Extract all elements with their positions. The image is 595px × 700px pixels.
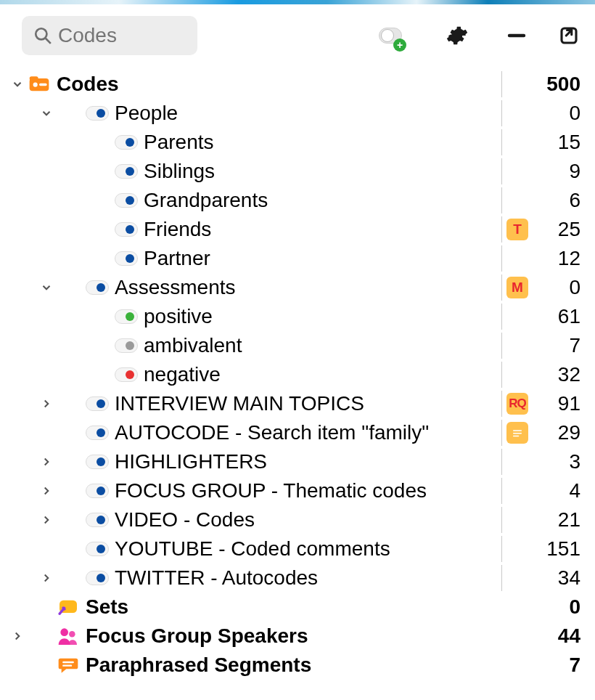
tree-label: People bbox=[115, 102, 178, 125]
tree-label: VIDEO - Codes bbox=[115, 508, 255, 532]
tree-item[interactable]: INTERVIEW MAIN TOPICSRQ91 bbox=[7, 389, 580, 418]
code-color-icon bbox=[86, 455, 109, 469]
tree-count: 3 bbox=[537, 450, 580, 473]
tree-label: TWITTER - Autocodes bbox=[115, 566, 318, 590]
tree-count: 29 bbox=[537, 421, 580, 444]
tree-item[interactable]: TWITTER - Autocodes34 bbox=[7, 563, 580, 593]
code-color-icon bbox=[115, 251, 138, 266]
tree-label: Grandparents bbox=[144, 189, 268, 212]
tree-count: 7 bbox=[537, 654, 580, 677]
code-color-icon bbox=[86, 571, 109, 585]
settings-button[interactable] bbox=[446, 24, 469, 47]
tree-label: Partner bbox=[144, 247, 210, 270]
svg-rect-7 bbox=[39, 84, 47, 86]
svg-point-6 bbox=[33, 83, 38, 87]
search-input[interactable] bbox=[58, 24, 186, 47]
chevron-right-icon[interactable] bbox=[36, 394, 57, 414]
chevron-down-icon[interactable] bbox=[36, 103, 57, 123]
new-code-button[interactable]: + bbox=[379, 24, 402, 47]
tree-count: 15 bbox=[537, 131, 580, 154]
toolbar: + bbox=[0, 4, 595, 62]
tree-item-sets[interactable]: Sets 0 bbox=[7, 593, 580, 622]
tree-item-assessments[interactable]: Assessments M 0 bbox=[7, 273, 580, 302]
svg-point-12 bbox=[60, 628, 68, 636]
tree-label: ambivalent bbox=[144, 334, 242, 357]
tree-label: Assessments bbox=[115, 276, 236, 299]
tree-count: 6 bbox=[537, 189, 580, 212]
tree-item[interactable]: negative32 bbox=[7, 360, 580, 389]
rq-badge-icon[interactable]: RQ bbox=[506, 393, 528, 415]
tree-label: YOUTUBE - Coded comments bbox=[115, 537, 390, 561]
codes-folder-icon bbox=[28, 73, 51, 96]
code-color-icon bbox=[86, 280, 109, 295]
code-color-icon bbox=[86, 513, 109, 527]
code-color-icon bbox=[115, 193, 138, 208]
tree-root-codes[interactable]: Codes 500 bbox=[7, 70, 580, 99]
tree-label: Friends bbox=[144, 218, 211, 241]
tree-count: 0 bbox=[537, 102, 580, 125]
gear-icon bbox=[446, 25, 468, 46]
tree-item[interactable]: ambivalent7 bbox=[7, 331, 580, 360]
tree-count: 25 bbox=[537, 218, 580, 241]
minimize-button[interactable] bbox=[505, 24, 528, 47]
svg-rect-5 bbox=[30, 76, 38, 80]
tree-label: FOCUS GROUP - Thematic codes bbox=[115, 479, 427, 502]
tree-count: 151 bbox=[537, 537, 580, 561]
tree-count: 32 bbox=[537, 363, 580, 386]
chevron-down-icon[interactable] bbox=[36, 277, 57, 298]
tree-item[interactable]: Parents15 bbox=[7, 128, 580, 157]
svg-point-0 bbox=[36, 28, 46, 39]
tree-label: Paraphrased Segments bbox=[86, 654, 311, 677]
tree-item[interactable]: HIGHLIGHTERS3 bbox=[7, 447, 580, 476]
tree-count: 61 bbox=[537, 305, 580, 328]
tree-count: 4 bbox=[537, 479, 580, 502]
popout-button[interactable] bbox=[557, 24, 580, 47]
code-color-icon bbox=[86, 396, 109, 411]
tree-item[interactable]: AUTOCODE - Search item "family"29 bbox=[7, 418, 580, 447]
tree-count: 91 bbox=[537, 392, 580, 415]
tree-item[interactable]: FOCUS GROUP - Thematic codes4 bbox=[7, 476, 580, 505]
code-color-icon bbox=[86, 426, 109, 440]
tree-item-people[interactable]: People 0 bbox=[7, 99, 580, 128]
tree-count: 21 bbox=[537, 508, 580, 532]
tree-label: HIGHLIGHTERS bbox=[115, 450, 267, 473]
code-color-icon bbox=[115, 135, 138, 150]
chevron-right-icon[interactable] bbox=[36, 510, 57, 530]
code-color-icon bbox=[86, 484, 109, 498]
search-box[interactable] bbox=[22, 16, 197, 55]
memo-note-icon[interactable] bbox=[506, 422, 528, 444]
tree-count: 0 bbox=[537, 595, 580, 619]
tree-item-focus-group-speakers[interactable]: Focus Group Speakers 44 bbox=[7, 622, 580, 651]
tree-label: Parents bbox=[144, 131, 214, 154]
tree-count: 7 bbox=[537, 334, 580, 357]
chevron-right-icon[interactable] bbox=[36, 452, 57, 472]
tree-count: 500 bbox=[537, 73, 580, 96]
tree-item-paraphrased[interactable]: Paraphrased Segments 7 bbox=[7, 651, 580, 680]
chevron-right-icon[interactable] bbox=[7, 626, 28, 646]
tree-item[interactable]: FriendsT25 bbox=[7, 215, 580, 244]
tree-item[interactable]: Partner12 bbox=[7, 244, 580, 273]
tree-item[interactable]: Siblings9 bbox=[7, 157, 580, 186]
code-color-icon bbox=[115, 309, 138, 324]
tree-item[interactable]: positive61 bbox=[7, 302, 580, 331]
code-color-icon bbox=[86, 106, 109, 121]
popout-icon bbox=[558, 25, 580, 46]
memo-badge-icon[interactable]: M bbox=[506, 277, 528, 298]
tree-item[interactable]: YOUTUBE - Coded comments151 bbox=[7, 534, 580, 563]
tree-label: INTERVIEW MAIN TOPICS bbox=[115, 392, 364, 415]
tree-item[interactable]: VIDEO - Codes21 bbox=[7, 505, 580, 534]
tree-label: Siblings bbox=[144, 160, 215, 183]
chevron-down-icon[interactable] bbox=[7, 74, 28, 94]
code-tree: Codes 500 People 0 Parents15Siblings9Gra… bbox=[0, 62, 595, 687]
minus-icon bbox=[506, 25, 528, 46]
code-color-icon bbox=[115, 222, 138, 237]
chevron-right-icon[interactable] bbox=[36, 568, 57, 588]
sets-icon bbox=[57, 595, 80, 619]
tree-label: Sets bbox=[86, 595, 128, 619]
tree-label: negative bbox=[144, 363, 221, 386]
chevron-right-icon[interactable] bbox=[36, 481, 57, 501]
code-color-icon bbox=[86, 542, 109, 556]
transcript-badge-icon[interactable]: T bbox=[506, 219, 528, 240]
tree-item[interactable]: Grandparents6 bbox=[7, 186, 580, 215]
tree-count: 34 bbox=[537, 566, 580, 590]
